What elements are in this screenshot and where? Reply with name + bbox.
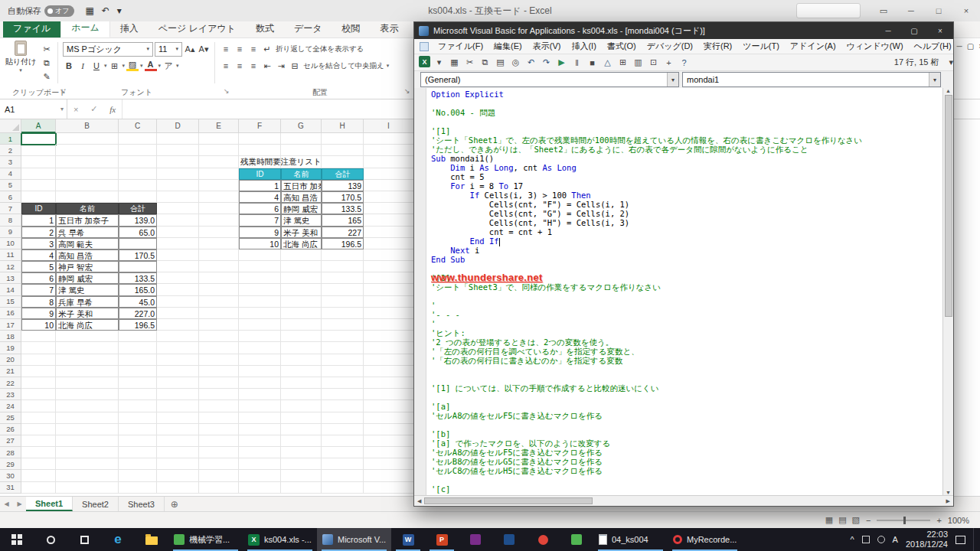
column-header-C[interactable]: C [119,119,157,133]
grid-cell[interactable] [119,331,157,342]
grid-cell[interactable] [157,400,199,412]
name-box-dropdown-icon[interactable]: ▾ [60,106,64,112]
mdi-restore-icon[interactable]: ▢ [967,42,974,51]
zoom-slider[interactable] [877,520,930,521]
notification-center-icon[interactable] [956,536,965,544]
row-header-5[interactable]: 5 [0,180,21,191]
grid-cell[interactable] [21,377,56,389]
grid-cell[interactable] [157,261,199,272]
grid-cell[interactable] [239,366,281,377]
grid-cell[interactable]: 9 [21,308,56,319]
grid-cell[interactable] [239,319,281,331]
grid-cell[interactable] [364,296,414,308]
grid-cell[interactable] [364,191,414,203]
align-top-button[interactable]: ≡ [220,43,232,55]
grid-cell[interactable] [364,156,414,168]
grid-cell[interactable] [157,308,199,319]
grid-cell[interactable] [239,400,281,412]
view-excel-icon[interactable]: X [419,56,430,67]
alignment-launcher-icon[interactable]: ↘ [404,87,410,95]
grid-cell[interactable] [239,331,281,342]
object-browser-icon[interactable]: ⊡ [647,56,660,69]
grid-cell[interactable]: 196.5 [119,319,157,331]
grid-cell[interactable] [281,308,322,319]
font-launcher-icon[interactable]: ↘ [224,87,230,95]
grid-cell[interactable] [56,482,119,494]
grid-cell[interactable] [364,145,414,156]
grid-cell[interactable] [364,458,414,470]
start-button[interactable] [0,528,34,551]
grid-cell[interactable] [239,342,281,354]
grid-cell[interactable]: 名前 [56,203,119,214]
vba-menu-8[interactable]: アドイン(A) [785,39,841,54]
grid-cell[interactable] [21,366,56,377]
grid-cell[interactable] [157,342,199,354]
grid-cell[interactable] [21,389,56,400]
row-header-15[interactable]: 15 [0,296,21,308]
align-right-button[interactable]: ≡ [247,60,260,72]
grid-cell[interactable] [322,261,364,272]
increase-indent-button[interactable]: ⇥ [275,60,287,72]
grid-cell[interactable] [239,447,281,458]
vba-menu-0[interactable]: ファイル(F) [433,39,488,54]
grid-cell[interactable] [364,284,414,295]
grid-cell[interactable]: 10 [21,319,56,331]
grid-cell[interactable] [322,145,364,156]
grid-cell[interactable] [364,470,414,481]
grid-cell[interactable]: 五日市 加奈子 [281,180,322,191]
ml-folder-window-button[interactable]: 機械学習... [168,528,243,551]
grid-cell[interactable] [199,389,239,400]
grid-cell[interactable] [322,412,364,424]
grid-cell[interactable] [322,272,364,284]
grid-cell[interactable] [281,261,322,272]
grid-cell[interactable] [239,249,281,261]
grid-cell[interactable] [239,354,281,366]
grid-cell[interactable] [157,354,199,366]
ribbon-tab-3[interactable]: ページ レイアウト [149,20,246,37]
show-desktop-button[interactable] [973,528,977,551]
underline-button[interactable]: U [90,60,103,72]
enter-icon[interactable]: ✓ [90,104,97,114]
row-header-20[interactable]: 20 [0,354,21,366]
grid-cell[interactable] [199,214,239,226]
grid-cell[interactable]: 133.5 [119,272,157,284]
grid-cell[interactable] [199,180,239,191]
grid-cell[interactable] [199,458,239,470]
grid-cell[interactable] [281,470,322,481]
grid-cell[interactable] [364,180,414,191]
grid-cell[interactable] [119,145,157,156]
grid-cell[interactable] [322,470,364,481]
vba-menu-3[interactable]: 挿入(I) [566,39,601,54]
grid-cell[interactable] [281,133,322,145]
row-header-29[interactable]: 29 [0,458,21,470]
qat-dropdown-icon[interactable]: ▾ [117,5,122,16]
excel-window-button[interactable]: Xks004.xls -... [243,528,317,551]
row-header-23[interactable]: 23 [0,389,21,400]
grid-cell[interactable] [364,308,414,319]
grid-cell[interactable] [56,191,119,203]
vertical-scrollbar[interactable]: ▲ ▼ [942,88,953,495]
grid-cell[interactable] [281,272,322,284]
grid-cell[interactable]: 10 [239,238,281,249]
ribbon-tab-2[interactable]: 挿入 [110,20,149,37]
object-dropdown-icon[interactable]: ▾ [667,73,678,86]
ribbon-tab-4[interactable]: 数式 [246,20,284,37]
font-name-select[interactable]: MS Pゴシック ▾ [63,42,153,57]
grid-cell[interactable]: ID [239,168,281,180]
row-header-25[interactable]: 25 [0,412,21,424]
grid-cell[interactable] [322,342,364,354]
grid-cell[interactable] [21,133,56,145]
grid-cell[interactable] [157,191,199,203]
grid-cell[interactable] [364,168,414,180]
ribbon-tab-5[interactable]: データ [284,20,332,37]
tray-icon-2[interactable] [877,536,885,543]
undo-icon[interactable]: ↶ [524,56,537,69]
grid-cell[interactable] [119,424,157,435]
grid-cell[interactable]: 8 [21,296,56,308]
undo-icon[interactable]: ↶ [102,5,109,16]
grid-cell[interactable]: 196.5 [322,238,364,249]
column-header-B[interactable]: B [56,119,119,133]
powerpoint-button[interactable]: P [425,528,459,551]
row-header-18[interactable]: 18 [0,331,21,342]
grid-cell[interactable] [239,435,281,447]
